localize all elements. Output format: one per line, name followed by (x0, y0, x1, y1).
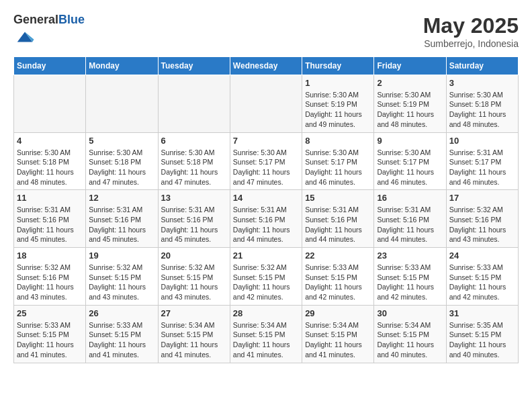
logo-icon (15, 27, 35, 47)
logo-general-text: General (13, 13, 58, 26)
day-info: Sunrise: 5:32 AMSunset: 5:15 PMDaylight:… (89, 263, 154, 302)
day-number: 24 (449, 250, 515, 261)
calendar-cell: 27 Sunrise: 5:34 AMSunset: 5:15 PMDaylig… (158, 305, 230, 363)
calendar-cell: 10 Sunrise: 5:31 AMSunset: 5:17 PMDaylig… (446, 132, 518, 190)
day-info: Sunrise: 5:30 AMSunset: 5:17 PMDaylight:… (233, 148, 299, 187)
day-info: Sunrise: 5:31 AMSunset: 5:16 PMDaylight:… (161, 205, 227, 244)
day-number: 23 (377, 250, 443, 261)
calendar-cell: 24 Sunrise: 5:33 AMSunset: 5:15 PMDaylig… (446, 248, 518, 306)
day-number: 28 (233, 308, 299, 318)
day-number: 29 (305, 308, 371, 318)
day-number: 20 (161, 250, 227, 261)
day-number: 18 (17, 250, 83, 261)
day-info: Sunrise: 5:32 AMSunset: 5:16 PMDaylight:… (17, 263, 83, 302)
day-info: Sunrise: 5:33 AMSunset: 5:15 PMDaylight:… (17, 320, 83, 360)
day-info: Sunrise: 5:32 AMSunset: 5:16 PMDaylight:… (449, 205, 515, 244)
day-number: 7 (233, 136, 299, 146)
calendar-cell: 11 Sunrise: 5:31 AMSunset: 5:16 PMDaylig… (14, 190, 86, 248)
day-number: 4 (17, 136, 83, 146)
day-info: Sunrise: 5:30 AMSunset: 5:18 PMDaylight:… (17, 148, 83, 187)
day-info: Sunrise: 5:30 AMSunset: 5:17 PMDaylight:… (305, 148, 371, 187)
calendar-cell: 28 Sunrise: 5:34 AMSunset: 5:15 PMDaylig… (230, 305, 302, 363)
logo-blue-text: Blue (58, 13, 85, 26)
calendar-table: Sunday Monday Tuesday Wednesday Thursday… (13, 56, 519, 363)
calendar-cell: 22 Sunrise: 5:33 AMSunset: 5:15 PMDaylig… (302, 248, 374, 306)
day-number: 15 (305, 193, 371, 203)
day-number: 11 (17, 193, 83, 203)
day-number: 19 (89, 250, 154, 261)
calendar-cell: 14 Sunrise: 5:31 AMSunset: 5:16 PMDaylig… (230, 190, 302, 248)
day-number: 26 (89, 308, 154, 318)
day-number: 6 (161, 136, 227, 146)
calendar-cell: 17 Sunrise: 5:32 AMSunset: 5:16 PMDaylig… (446, 190, 518, 248)
week-row-1: 1 Sunrise: 5:30 AMSunset: 5:19 PMDayligh… (14, 75, 519, 132)
week-row-5: 25 Sunrise: 5:33 AMSunset: 5:15 PMDaylig… (14, 305, 519, 363)
calendar-cell: 29 Sunrise: 5:34 AMSunset: 5:15 PMDaylig… (302, 305, 374, 363)
header-friday: Friday (374, 56, 446, 75)
day-number: 14 (233, 193, 299, 203)
day-info: Sunrise: 5:33 AMSunset: 5:15 PMDaylight:… (377, 263, 443, 302)
day-info: Sunrise: 5:35 AMSunset: 5:15 PMDaylight:… (449, 320, 515, 360)
day-number: 21 (233, 250, 299, 261)
header-sunday: Sunday (14, 56, 86, 75)
day-info: Sunrise: 5:30 AMSunset: 5:18 PMDaylight:… (161, 148, 227, 187)
day-number: 22 (305, 250, 371, 261)
calendar-cell: 4 Sunrise: 5:30 AMSunset: 5:18 PMDayligh… (14, 132, 86, 190)
calendar-cell: 3 Sunrise: 5:30 AMSunset: 5:18 PMDayligh… (446, 75, 518, 132)
day-info: Sunrise: 5:31 AMSunset: 5:16 PMDaylight:… (17, 205, 83, 244)
calendar-cell: 13 Sunrise: 5:31 AMSunset: 5:16 PMDaylig… (158, 190, 230, 248)
week-row-3: 11 Sunrise: 5:31 AMSunset: 5:16 PMDaylig… (14, 190, 519, 248)
header-tuesday: Tuesday (158, 56, 230, 75)
day-number: 31 (449, 308, 515, 318)
location-subtitle: Sumberrejo, Indonesia (423, 38, 519, 49)
calendar-cell: 25 Sunrise: 5:33 AMSunset: 5:15 PMDaylig… (14, 305, 86, 363)
day-number: 10 (449, 136, 515, 146)
day-info: Sunrise: 5:34 AMSunset: 5:15 PMDaylight:… (305, 320, 371, 360)
day-info: Sunrise: 5:31 AMSunset: 5:16 PMDaylight:… (89, 205, 154, 244)
day-number: 30 (377, 308, 443, 318)
calendar-cell: 26 Sunrise: 5:33 AMSunset: 5:15 PMDaylig… (86, 305, 158, 363)
day-info: Sunrise: 5:31 AMSunset: 5:16 PMDaylight:… (305, 205, 371, 244)
day-info: Sunrise: 5:32 AMSunset: 5:15 PMDaylight:… (233, 263, 299, 302)
calendar-cell: 1 Sunrise: 5:30 AMSunset: 5:19 PMDayligh… (302, 75, 374, 132)
calendar-cell: 7 Sunrise: 5:30 AMSunset: 5:17 PMDayligh… (230, 132, 302, 190)
calendar-cell: 19 Sunrise: 5:32 AMSunset: 5:15 PMDaylig… (86, 248, 158, 306)
calendar-cell: 9 Sunrise: 5:30 AMSunset: 5:17 PMDayligh… (374, 132, 446, 190)
title-block: May 2025 Sumberrejo, Indonesia (423, 13, 519, 49)
calendar-cell (158, 75, 230, 132)
day-number: 5 (89, 136, 154, 146)
day-info: Sunrise: 5:31 AMSunset: 5:16 PMDaylight:… (233, 205, 299, 244)
day-info: Sunrise: 5:34 AMSunset: 5:15 PMDaylight:… (233, 320, 299, 360)
day-number: 17 (449, 193, 515, 203)
calendar-cell: 20 Sunrise: 5:32 AMSunset: 5:15 PMDaylig… (158, 248, 230, 306)
day-number: 1 (305, 78, 371, 88)
day-info: Sunrise: 5:30 AMSunset: 5:18 PMDaylight:… (89, 148, 154, 187)
day-info: Sunrise: 5:33 AMSunset: 5:15 PMDaylight:… (89, 320, 154, 360)
weekday-header-row: Sunday Monday Tuesday Wednesday Thursday… (14, 56, 519, 75)
calendar-cell: 23 Sunrise: 5:33 AMSunset: 5:15 PMDaylig… (374, 248, 446, 306)
day-info: Sunrise: 5:33 AMSunset: 5:15 PMDaylight:… (305, 263, 371, 302)
day-number: 12 (89, 193, 154, 203)
page-header: GeneralBlue May 2025 Sumberrejo, Indones… (13, 13, 519, 50)
day-number: 2 (377, 78, 443, 88)
day-info: Sunrise: 5:30 AMSunset: 5:19 PMDaylight:… (305, 90, 371, 130)
logo: GeneralBlue (13, 13, 85, 50)
calendar-cell: 30 Sunrise: 5:34 AMSunset: 5:15 PMDaylig… (374, 305, 446, 363)
day-info: Sunrise: 5:34 AMSunset: 5:15 PMDaylight:… (161, 320, 227, 360)
calendar-cell: 16 Sunrise: 5:31 AMSunset: 5:16 PMDaylig… (374, 190, 446, 248)
calendar-cell: 31 Sunrise: 5:35 AMSunset: 5:15 PMDaylig… (446, 305, 518, 363)
calendar-cell: 15 Sunrise: 5:31 AMSunset: 5:16 PMDaylig… (302, 190, 374, 248)
calendar-cell (86, 75, 158, 132)
calendar-cell (14, 75, 86, 132)
day-info: Sunrise: 5:33 AMSunset: 5:15 PMDaylight:… (449, 263, 515, 302)
calendar-cell: 12 Sunrise: 5:31 AMSunset: 5:16 PMDaylig… (86, 190, 158, 248)
header-saturday: Saturday (446, 56, 518, 75)
day-number: 25 (17, 308, 83, 318)
header-thursday: Thursday (302, 56, 374, 75)
header-wednesday: Wednesday (230, 56, 302, 75)
month-title: May 2025 (423, 13, 519, 38)
day-number: 9 (377, 136, 443, 146)
week-row-2: 4 Sunrise: 5:30 AMSunset: 5:18 PMDayligh… (14, 132, 519, 190)
day-info: Sunrise: 5:34 AMSunset: 5:15 PMDaylight:… (377, 320, 443, 360)
day-info: Sunrise: 5:30 AMSunset: 5:17 PMDaylight:… (377, 148, 443, 187)
